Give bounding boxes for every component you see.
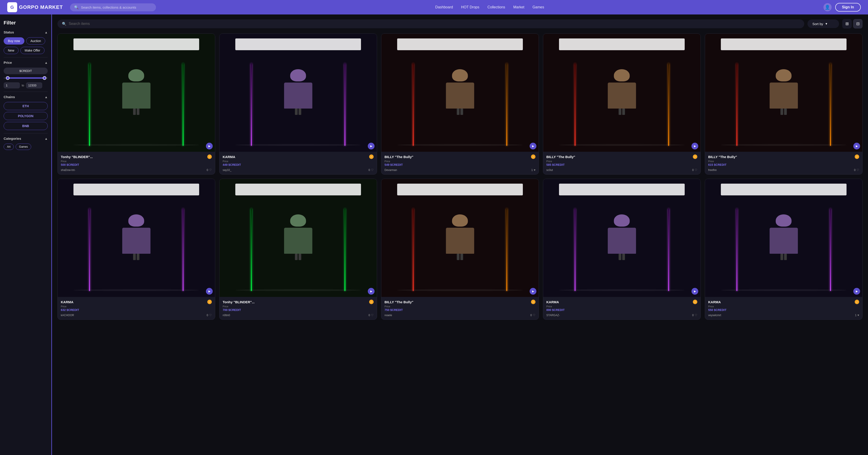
range-thumb-right[interactable]	[43, 76, 46, 80]
range-thumb-left[interactable]	[6, 76, 9, 80]
verified-icon: ✓	[369, 300, 374, 304]
play-button[interactable]: ▶	[691, 288, 698, 295]
sign-in-button[interactable]: Sign In	[835, 3, 861, 11]
like-count[interactable]: 0 ♡	[692, 168, 698, 172]
item-card[interactable]: ▶ Tonhy "BLINDER"... ✓ Price 500 $CREDIT…	[57, 33, 215, 175]
cat-btn-1[interactable]: Art	[4, 144, 14, 150]
card-image: ▶	[705, 34, 862, 152]
card-seller: n0tin0	[223, 314, 230, 317]
like-count[interactable]: 0 ♡	[530, 313, 535, 317]
like-count[interactable]: 0 ♡	[854, 168, 859, 172]
play-button[interactable]: ▶	[206, 143, 213, 150]
verified-icon: ✓	[531, 300, 535, 304]
nft-char-leg-right	[299, 254, 301, 260]
play-button[interactable]: ▶	[853, 288, 860, 295]
item-card[interactable]: ▶ KARMA ✓ Price 890 $CREDIT STARGAZ- 0 ♡	[543, 179, 701, 320]
status-auction-button[interactable]: Auction	[26, 37, 45, 44]
global-search-input[interactable]	[81, 5, 152, 9]
nft-floor	[235, 144, 361, 146]
status-buy-now-button[interactable]: Buy now	[4, 37, 24, 44]
item-card[interactable]: ▶ KARMA ✓ Price 632 $CREDIT kACHOOR 0 ♡	[57, 179, 215, 320]
play-button[interactable]: ▶	[368, 143, 375, 150]
nav-link-collections[interactable]: Collections	[487, 5, 505, 9]
nav-link-games[interactable]: Games	[532, 5, 544, 9]
card-image: ▶	[58, 34, 215, 152]
price-max-input[interactable]	[26, 82, 42, 88]
categories-chevron-icon: ▲	[44, 137, 48, 141]
like-count[interactable]: 0 ♡	[692, 313, 698, 317]
items-search-input[interactable]	[69, 22, 800, 26]
card-price: 615 $CREDIT	[708, 163, 859, 166]
global-search-bar[interactable]: 🔍	[70, 3, 156, 11]
item-card[interactable]: ▶ KARMA ✓ Price 550 $CREDIT veyselcmrt 1…	[705, 179, 863, 320]
card-seller: STARGAZ-	[546, 314, 560, 317]
nft-bar-right	[506, 209, 507, 291]
verified-icon: ✓	[207, 300, 212, 304]
card-price: 549 $CREDIT	[384, 163, 535, 166]
card-seller: kACHOOR	[61, 314, 74, 317]
status-make-offer-button[interactable]: Make Offer	[20, 47, 44, 54]
nft-bar-right	[668, 209, 669, 291]
item-card[interactable]: ▶ BILLY "The Bully" ✓ Price 585 $CREDIT …	[543, 33, 701, 175]
items-search-bar[interactable]: 🔍	[57, 20, 804, 28]
logo[interactable]: G GORPO MARKET	[7, 2, 63, 12]
like-count[interactable]: 0 ♡	[368, 168, 374, 172]
play-button[interactable]: ▶	[368, 288, 375, 295]
item-card[interactable]: ▶ KARMA ✓ Price 449 $CREDIT say10_ 0 ♡	[219, 33, 377, 175]
like-count[interactable]: 0 ♡	[207, 168, 212, 172]
nft-char-head	[614, 69, 630, 82]
item-card[interactable]: ▶ BILLY "The Bully" ✓ Price 549 $CREDIT …	[381, 33, 539, 175]
nft-char-head	[128, 214, 144, 226]
profile-icon[interactable]: 👤	[824, 3, 832, 11]
play-button[interactable]: ▶	[206, 288, 213, 295]
play-button[interactable]: ▶	[530, 288, 536, 295]
card-info: Tonhy "BLINDER"... ✓ Price 500 $CREDIT s…	[58, 152, 215, 174]
status-new-button[interactable]: New	[4, 47, 19, 54]
nav-right: 👤 Sign In	[824, 3, 861, 11]
nav-link-dashboard[interactable]: Dashboard	[435, 5, 453, 9]
card-seller: shaDow-tnt-	[61, 169, 75, 172]
card-seller: Devarman	[384, 169, 397, 172]
chain-polygon-button[interactable]: POLYGON	[4, 112, 48, 120]
view-grid-button[interactable]: ⊟	[853, 19, 863, 29]
play-button[interactable]: ▶	[853, 143, 860, 150]
like-number: 0	[368, 169, 370, 172]
price-min-input[interactable]	[4, 82, 20, 88]
like-count[interactable]: 0 ♡	[368, 313, 374, 317]
nft-char-body	[446, 83, 474, 109]
nft-char-legs	[619, 254, 625, 260]
view-grid-4-button[interactable]: ⊞	[842, 19, 852, 29]
item-card[interactable]: ▶ Tonhy "BLINDER"... ✓ Price 700 $CREDIT…	[219, 179, 377, 320]
card-name: BILLY "The Bully"	[546, 155, 575, 159]
item-card[interactable]: ▶ BILLY "The Bully" ✓ Price 750 $CREDIT …	[381, 179, 539, 320]
nft-bar-left	[737, 63, 737, 146]
card-image: ▶	[58, 179, 215, 297]
like-count[interactable]: 0 ♡	[207, 313, 212, 317]
play-button[interactable]: ▶	[530, 143, 536, 150]
price-range-slider[interactable]	[4, 77, 48, 79]
card-name-row: KARMA ✓	[61, 300, 212, 304]
like-number: 0	[368, 314, 370, 317]
item-card[interactable]: ▶ BILLY "The Bully" ✓ Price 615 $CREDIT …	[705, 33, 863, 175]
card-seller: sc0ut	[546, 169, 553, 172]
card-image: ▶	[705, 179, 862, 297]
chain-eth-button[interactable]: ETH	[4, 102, 48, 110]
card-info: KARMA ✓ Price 632 $CREDIT kACHOOR 0 ♡	[58, 297, 215, 320]
nft-char-legs	[457, 109, 463, 115]
price-range-separator: to	[22, 84, 24, 87]
like-count[interactable]: 1 ♥	[531, 168, 535, 172]
chain-bnb-button[interactable]: BNB	[4, 122, 48, 130]
cat-btn-2[interactable]: Games	[16, 144, 31, 150]
nav-link-hot-drops[interactable]: HOT Drops	[461, 5, 479, 9]
nft-char-head	[776, 69, 792, 82]
sort-by-button[interactable]: Sort by ▾	[807, 20, 839, 28]
card-footer: say10_ 0 ♡	[223, 168, 374, 172]
nft-char-leg-left	[295, 109, 298, 115]
nav-link-market[interactable]: Market	[513, 5, 524, 9]
card-price: 890 $CREDIT	[546, 308, 698, 312]
filter-title: Filter	[4, 20, 48, 26]
play-button[interactable]: ▶	[691, 143, 698, 150]
like-count[interactable]: 1 ♥	[855, 313, 859, 317]
verified-icon: ✓	[531, 154, 535, 159]
nft-char-head	[290, 69, 306, 82]
